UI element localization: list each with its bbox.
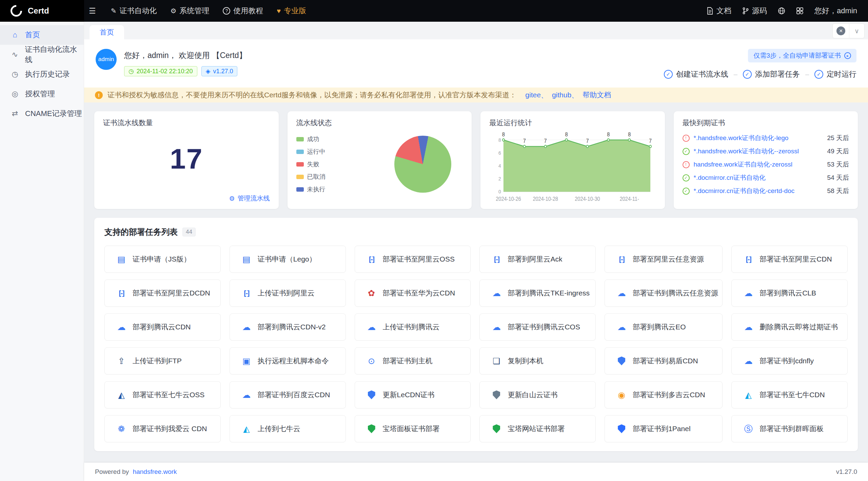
step-separator: – [734, 71, 737, 78]
nav-item-tutorial[interactable]: ?使用教程 [216, 0, 270, 22]
nav-item-label: 使用教程 [233, 6, 263, 16]
task-item[interactable]: ☁上传证书到腾讯云 [355, 313, 471, 341]
baidu-cloud-icon: ☁ [241, 390, 252, 400]
nav-item-system-manage[interactable]: ⚙系统管理 [163, 0, 216, 22]
expiry-row: ✓*.handsfree.work证书自动化--zerossl49 天后 [683, 146, 849, 156]
sidebar-item-auth[interactable]: ◎授权管理 [0, 84, 84, 104]
pipeline-count-value: 17 [103, 142, 270, 175]
tab-home[interactable]: 首页 [90, 25, 124, 39]
task-item[interactable]: [-]部署到阿里云Ack [479, 246, 596, 273]
task-item[interactable]: [-]部署证书至阿里云CDN [731, 246, 848, 273]
gear-icon: ⚙ [229, 195, 235, 203]
expiry-cert-link[interactable]: *.handsfree.work证书自动化--zerossl [694, 147, 823, 156]
task-item[interactable]: ☁部署证书到百度云CDN [230, 381, 346, 408]
expiry-cert-link[interactable]: *.docmirror.cn证书自动化 [694, 173, 823, 182]
expiry-cert-link[interactable]: *.docmirror.cn证书自动化-certd-doc [694, 187, 823, 195]
manage-pipelines-link[interactable]: ⚙ 管理流水线 [229, 194, 270, 203]
sidebar-item-cname[interactable]: ⇄CNAME记录管理 [0, 104, 84, 123]
task-item[interactable]: 更新白山云证书 [479, 381, 596, 408]
task-item[interactable]: [-]上传证书到阿里云 [230, 280, 346, 307]
task-item[interactable]: ◭上传到七牛云 [230, 415, 346, 442]
task-item[interactable]: 部署证书到1Panel [605, 415, 723, 442]
alert-link-2[interactable]: 帮助文档 [583, 90, 611, 100]
expiry-cert-link[interactable]: *.handsfree.work证书自动化-lego [694, 134, 823, 142]
sidebar-item-home[interactable]: ⌂首页 [0, 25, 84, 45]
task-item[interactable]: ☁部署到腾讯云TKE-ingress [479, 280, 596, 307]
task-item[interactable]: ⊙部署证书到主机 [355, 347, 471, 374]
task-item[interactable]: ◉部署证书到多吉云CDN [605, 381, 723, 408]
task-item[interactable]: ⇪上传证书到FTP [104, 347, 221, 374]
nav-menu: ✎证书自动化⚙系统管理?使用教程♥专业版 [104, 0, 313, 22]
pipeline-icon: ∿ [10, 50, 20, 59]
task-item[interactable]: ✿部署证书至华为云CDN [355, 280, 471, 307]
task-item[interactable]: ☁部署到腾讯云CDN [104, 313, 221, 341]
user-greeting[interactable]: 您好，admin [814, 6, 857, 16]
alert-link-0[interactable]: gitee、 [525, 90, 548, 100]
task-item[interactable]: ☁删除腾讯云即将过期证书 [731, 313, 848, 341]
svg-text:8: 8 [628, 132, 631, 138]
task-item[interactable]: ▤证书申请（JS版） [104, 246, 221, 273]
task-item[interactable]: Ⓢ部署证书到群晖面板 [731, 415, 848, 442]
lecdn-shield-icon [368, 390, 375, 399]
task-item[interactable]: ☁部署到腾讯云EO [605, 313, 723, 341]
alibaba-cloud-icon: [-] [241, 289, 252, 297]
task-item[interactable]: 宝塔网站证书部署 [479, 415, 596, 442]
onepanel-shield-icon [616, 424, 627, 433]
sidebar-item-pipelines[interactable]: ∿证书自动化流水线 [0, 45, 84, 64]
nav-item-cert-automation[interactable]: ✎证书自动化 [104, 0, 164, 22]
task-item[interactable]: ☁部署到腾讯云CDN-v2 [230, 313, 346, 341]
sidebar-item-label: 授权管理 [25, 89, 55, 99]
docs-label: 文档 [716, 6, 731, 16]
task-item[interactable]: ☁部署到腾讯云CLB [731, 280, 848, 307]
tab-dropdown-button[interactable]: ∨ [849, 24, 864, 38]
appearance-icon[interactable] [796, 7, 804, 15]
task-item-label: 复制到本机 [508, 356, 543, 366]
language-globe-icon[interactable] [778, 7, 785, 15]
task-item[interactable]: ☁部署证书到cdnfly [731, 347, 848, 374]
alert-text: 证书和授权为敏感信息，不要使用来历不明的在线Certd服务和镜像，以免泄露；请务… [107, 90, 516, 100]
svg-text:2024-10-26: 2024-10-26 [496, 196, 521, 202]
alert-link-1[interactable]: github、 [552, 90, 578, 100]
yidun-shield-icon [616, 357, 627, 365]
baota-shield-icon [366, 424, 377, 433]
promo-banner[interactable]: 仅需3步，全自动申请部署证书 ▸ [748, 49, 856, 62]
task-item[interactable]: [-]部署至阿里云任意资源 [605, 246, 723, 273]
alibaba-cloud-icon: [-] [491, 255, 502, 263]
deploy-tasks-count-badge: 44 [182, 228, 196, 236]
check-circle-icon: ✓ [664, 70, 673, 79]
task-item[interactable]: ◭部署证书至七牛CDN [731, 381, 848, 408]
tab-close-button[interactable]: ✕ [833, 24, 849, 38]
task-item[interactable]: ▤证书申请（Lego） [230, 246, 346, 273]
expiry-cert-link[interactable]: handsfree.work证书自动化-zerossl [694, 160, 823, 169]
pipeline-status-card: 流水线状态 成功运行中失败已取消未执行 [288, 111, 472, 209]
task-item[interactable]: 部署证书到易盾CDN [605, 347, 723, 374]
footer-handsfree-link[interactable]: handsfree.work [133, 468, 177, 475]
task-item[interactable]: [-]部署证书至阿里云DCDN [104, 280, 221, 307]
task-item[interactable]: [-]部署证书至阿里云OSS [355, 246, 471, 273]
task-item[interactable]: ❁部署证书到我爱云 CDN [104, 415, 221, 442]
svg-text:7: 7 [523, 138, 526, 144]
source-link[interactable]: 源码 [742, 6, 767, 16]
run-stats-card: 最近运行统计 02468877878872024-10-262024-10-28… [480, 111, 665, 209]
status-pie-chart [394, 136, 451, 193]
nav-item-pro-edition[interactable]: ♥专业版 [270, 0, 313, 22]
version-badge: ◈ v1.27.0 [201, 66, 238, 76]
docs-link[interactable]: 文档 [707, 6, 731, 16]
task-item[interactable]: ☁部署证书到腾讯云COS [479, 313, 596, 341]
sidebar-item-history[interactable]: ◷执行历史记录 [0, 64, 84, 84]
security-alert: ! 证书和授权为敏感信息，不要使用来历不明的在线Certd服务和镜像，以免泄露；… [84, 88, 868, 102]
task-item[interactable]: 更新LeCDN证书 [355, 381, 471, 408]
svg-text:2024-10-28: 2024-10-28 [533, 196, 558, 202]
legend-label: 成功 [307, 135, 319, 143]
task-item[interactable]: ☁部署证书到腾讯云任意资源 [605, 280, 723, 307]
collapse-menu-icon[interactable]: ☰ [89, 6, 96, 16]
task-item[interactable]: ▣执行远程主机脚本命令 [230, 347, 346, 374]
tab-bar: 首页 ✕ ∨ [84, 22, 868, 39]
task-item[interactable]: 宝塔面板证书部署 [355, 415, 471, 442]
stat-cards: 证书流水线数量 17 ⚙ 管理流水线 流水线状态 成功运行中失败已取消未执行 最… [84, 102, 868, 209]
task-item[interactable]: ❏复制到本机 [479, 347, 596, 374]
task-item[interactable]: ◭部署证书至七牛云OSS [104, 381, 221, 408]
main-content: 首页 ✕ ∨ admin 您好，admin， 欢迎使用 【Certd】 ◷ 20… [84, 22, 868, 463]
legend-swatch [296, 187, 304, 192]
task-item-label: 部署证书到主机 [383, 356, 433, 366]
